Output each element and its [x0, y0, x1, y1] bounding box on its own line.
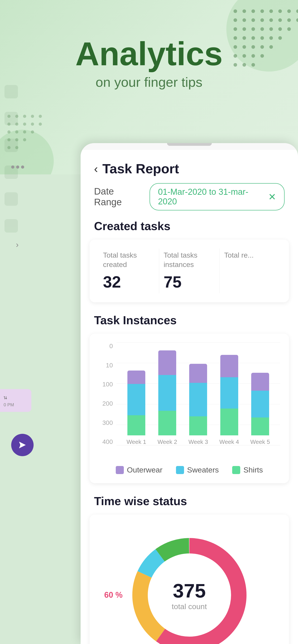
date-range-close-icon[interactable]: ✕	[268, 192, 276, 202]
sidebar-icon-2	[5, 112, 18, 125]
chart-y-axis: 400 300 200 100 10 0	[99, 342, 116, 446]
y-label-0: 0	[99, 342, 116, 350]
created-tasks-title: Created tasks	[81, 219, 298, 240]
svg-point-16	[233, 27, 237, 31]
legend-label-sweaters: Sweaters	[187, 466, 219, 474]
bar-group-week5: Week 5	[250, 373, 270, 446]
bar-outerwear-w3	[189, 364, 207, 383]
donut-wrapper: 60 % 10 %	[122, 528, 256, 644]
svg-point-15	[296, 18, 298, 22]
legend-shirts: Shirts	[232, 466, 263, 474]
svg-point-18	[251, 27, 255, 31]
svg-point-4	[269, 10, 273, 13]
stacked-bar-week4	[220, 355, 238, 435]
bar-outerwear-w1	[127, 370, 145, 384]
bar-group-week3: Week 3	[188, 364, 208, 446]
svg-point-0	[233, 10, 237, 13]
bar-shirts-w3	[189, 416, 207, 435]
chart-area: 400 300 200 100 10 0	[99, 342, 280, 459]
legend-dot-shirts	[232, 466, 240, 474]
sidebar-icon-1	[5, 85, 18, 98]
svg-point-5	[278, 10, 282, 13]
date-range-label: Date Range	[94, 186, 143, 208]
legend-outerwear: Outerwear	[116, 466, 163, 474]
y-label-300: 300	[99, 419, 116, 426]
back-button[interactable]: ‹	[94, 162, 98, 176]
svg-point-22	[287, 27, 291, 31]
stat-label-other: Total re...	[224, 251, 276, 260]
legend-sweaters: Sweaters	[176, 466, 219, 474]
sidebar-icon-6	[5, 219, 18, 232]
phone-content: ‹ Task Report Date Range 01-Mar-2020 to …	[81, 150, 298, 644]
svg-point-11	[260, 18, 264, 22]
date-range-pill[interactable]: 01-Mar-2020 to 31-mar-2020 ✕	[150, 183, 284, 210]
svg-point-50	[39, 122, 42, 126]
svg-point-25	[251, 36, 255, 40]
bar-sweaters-w4	[220, 377, 238, 408]
send-button[interactable]	[11, 434, 34, 456]
expand-arrow[interactable]: ›	[12, 239, 23, 250]
svg-point-31	[251, 45, 255, 49]
time-wise-title: Time wise status	[81, 494, 298, 514]
svg-point-26	[260, 36, 264, 40]
stacked-bar-week2	[158, 350, 176, 435]
bar-label-week3: Week 3	[188, 438, 208, 446]
legend-dot-outerwear	[116, 466, 124, 474]
svg-point-3	[260, 10, 264, 13]
svg-point-28	[278, 36, 282, 40]
stacked-bar-week3	[189, 364, 207, 435]
y-label-100: 100	[99, 381, 116, 388]
svg-point-14	[287, 18, 291, 22]
chat-bubble: น 0 PM	[0, 389, 31, 412]
svg-point-6	[287, 10, 291, 13]
donut-card: 60 % 10 %	[90, 514, 289, 644]
page-title: Task Report	[102, 161, 179, 176]
stat-item-instances: Total tasks instances 75	[159, 248, 220, 294]
bar-outerwear-w5	[251, 373, 269, 391]
chat-time: 0 PM	[4, 402, 28, 408]
donut-center: 375 total count	[172, 580, 207, 611]
svg-point-35	[242, 54, 246, 58]
donut-total-value: 375	[172, 580, 207, 602]
bar-shirts-w4	[220, 408, 238, 435]
bar-label-week5: Week 5	[250, 438, 270, 446]
page-header: ‹ Task Report	[81, 150, 298, 183]
chart-legend: Outerwear Sweaters Shirts	[99, 466, 280, 474]
svg-point-1	[242, 10, 246, 13]
hero-title-block: Analytics on your finger tips	[60, 36, 239, 90]
stat-value-instances: 75	[164, 273, 215, 291]
sidebar-icon-5	[5, 192, 18, 206]
phone-notch	[167, 143, 212, 146]
svg-point-9	[242, 18, 246, 22]
svg-point-44	[31, 115, 34, 118]
chart-bars-container: Week 1 Week 2	[116, 342, 280, 446]
bar-sweaters-w1	[127, 384, 145, 415]
svg-point-37	[260, 54, 264, 58]
svg-point-13	[278, 18, 282, 22]
legend-dot-sweaters	[176, 466, 184, 474]
stat-value-created: 32	[103, 273, 154, 291]
svg-point-54	[31, 130, 34, 134]
y-label-200: 200	[99, 400, 116, 407]
svg-point-45	[39, 115, 42, 118]
svg-point-49	[31, 122, 34, 126]
date-range-value: 01-Mar-2020 to 31-mar-2020	[158, 187, 264, 206]
svg-point-24	[242, 36, 246, 40]
y-label-400: 400	[99, 438, 116, 446]
dot-pattern-top-right	[231, 7, 298, 69]
legend-label-outerwear: Outerwear	[127, 466, 163, 474]
y-label-10: 10	[99, 362, 116, 369]
bar-outerwear-w2	[158, 350, 176, 375]
bar-group-week4: Week 4	[219, 355, 239, 446]
svg-point-19	[260, 27, 264, 31]
hero-subtitle: on your finger tips	[60, 74, 239, 90]
bar-group-week2: Week 2	[157, 350, 177, 446]
three-dots-menu[interactable]	[11, 166, 24, 168]
svg-point-40	[251, 63, 255, 67]
chart-card: 400 300 200 100 10 0	[90, 334, 289, 483]
task-instances-title: Task Instances	[81, 314, 298, 334]
svg-point-17	[242, 27, 246, 31]
bar-label-week1: Week 1	[127, 438, 146, 446]
svg-point-7	[296, 10, 298, 13]
svg-point-8	[233, 18, 237, 22]
